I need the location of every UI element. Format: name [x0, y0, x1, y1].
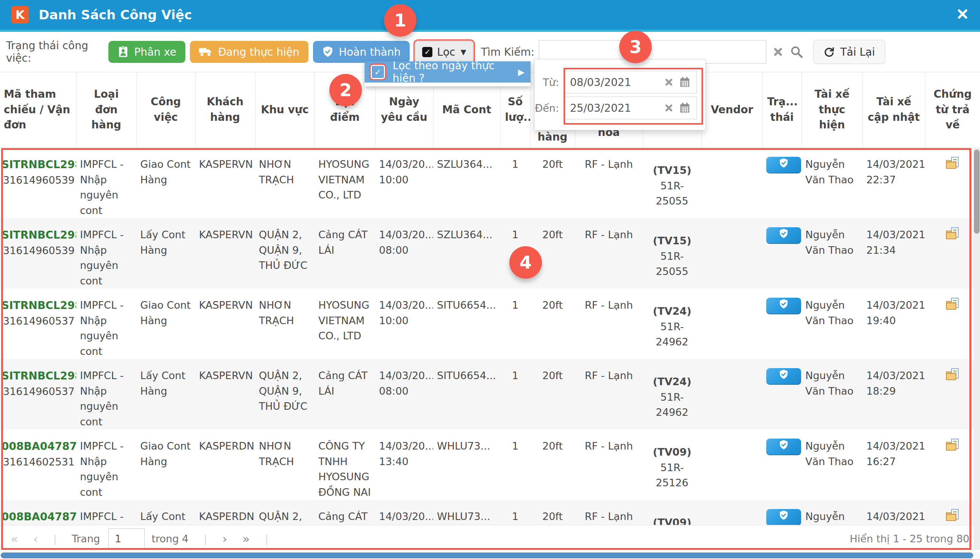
cell-vehicle: (TV24)51R-24962	[643, 359, 701, 430]
cell-location: Cảng CÁT LÁI	[315, 359, 375, 430]
in-progress-button[interactable]: Đang thực hiện	[190, 41, 308, 63]
prev-page-button[interactable]: ‹	[33, 532, 38, 546]
cell-size: 20ft	[530, 289, 575, 359]
cell-updated: 14/03/2021 16:27	[862, 430, 925, 500]
cell-order_type: IMPFCL - Nhập nguyên cont	[76, 289, 136, 359]
vertical-scrollbar-thumb[interactable]	[974, 150, 980, 234]
waybill-number: 31614960537	[2, 314, 76, 329]
cell-driver: Nguyễn Văn Thao	[801, 289, 862, 359]
status-toggle[interactable]	[766, 509, 801, 526]
job-ref-link[interactable]: 008BA04787	[2, 509, 76, 525]
cell-updated: 14/03/2021 22:37	[862, 148, 925, 218]
document-folder-icon[interactable]	[945, 513, 960, 524]
cell-ref: SITRNBCL2981631614960537	[0, 359, 76, 430]
close-window-button[interactable]	[957, 8, 968, 22]
cell-status	[763, 218, 801, 289]
job-ref-link[interactable]: SITRNBCL29816	[2, 157, 76, 173]
reload-button[interactable]: Tải Lại	[813, 40, 885, 64]
status-toggle[interactable]	[766, 298, 801, 314]
vertical-scrollbar[interactable]	[973, 148, 980, 550]
document-folder-icon[interactable]	[945, 231, 960, 242]
horizontal-scrollbar-thumb[interactable]	[1, 552, 973, 558]
shield-check-icon	[779, 157, 789, 173]
cell-ref: SITRNBCL2981631614960539	[0, 148, 76, 218]
chevron-down-icon: ▼	[461, 48, 466, 56]
status-toggle[interactable]	[766, 438, 801, 455]
to-date-value: 25/03/2021	[570, 102, 658, 114]
pagination-bar: « ‹ | Trang trong 4 | › » | Hiển thị 1 -…	[0, 525, 980, 552]
vehicle-plate: 51R-25055	[647, 249, 698, 280]
cell-customer: KASPERVN	[195, 289, 255, 359]
annotation-badge-2: 2	[329, 74, 362, 106]
cell-ref: SITRNBCL2981631614960537	[0, 289, 76, 359]
pagination-divider: |	[204, 533, 207, 545]
document-folder-icon[interactable]	[945, 160, 960, 172]
cell-request_date: 14/03/20... 08:00	[375, 359, 433, 430]
cell-cont: SITU6654...	[433, 359, 500, 430]
job-ref-link[interactable]: SITRNBCL29816	[2, 227, 76, 243]
cell-customer: KASPERVN	[195, 148, 255, 218]
vehicle-plate: 51R-24962	[647, 319, 698, 350]
search-label: Tìm Kiếm:	[481, 46, 534, 58]
cell-qty: 1	[500, 148, 530, 218]
cell-cont: SZLU364...	[433, 218, 500, 289]
to-date-input[interactable]: 25/03/2021	[564, 97, 697, 119]
job-ref-link[interactable]: SITRNBCL29816	[2, 298, 76, 314]
vehicle-plate: 51R-25126	[647, 460, 698, 491]
cell-goods: RF - Lạnh	[575, 218, 643, 289]
document-folder-icon[interactable]	[945, 372, 960, 383]
document-folder-icon[interactable]	[945, 442, 960, 454]
page-number-input[interactable]	[108, 528, 145, 549]
job-ref-link[interactable]: 008BA04787	[2, 438, 76, 455]
cell-updated: 14/03/2021 18:29	[862, 359, 925, 430]
cell-customer: KASPERVN	[195, 218, 255, 289]
table-row: SITRNBCL2981631614960537IMPFCL - Nhập ng…	[0, 289, 980, 359]
calendar-icon[interactable]	[679, 102, 690, 114]
in-progress-label: Đang thực hiện	[218, 46, 299, 58]
close-icon	[957, 8, 968, 22]
cell-documents	[925, 218, 980, 289]
from-date-input[interactable]: 08/03/2021	[564, 71, 697, 94]
job-status-label: Trạng thái công việc:	[6, 40, 104, 64]
cell-vehicle: (TV15)51R-25055	[643, 148, 701, 218]
table-row: SITRNBCL2981631614960539IMPFCL - Nhập ng…	[0, 148, 980, 218]
annotation-badge-4: 4	[509, 246, 542, 279]
status-toggle[interactable]	[766, 368, 801, 385]
column-header: Khách hàng	[195, 72, 255, 148]
cell-location: HYOSUNG VIETNAM CO., LTD	[315, 148, 375, 218]
shield-check-icon	[779, 369, 789, 384]
next-page-button[interactable]: ›	[222, 532, 227, 546]
filter-by-date-label: Lọc theo ngày thực hiện ?	[393, 60, 518, 84]
cell-area: QUẬN 2, QUẬN 9, THỦ ĐỨC	[255, 359, 315, 430]
column-header: Tài xế cập nhật	[862, 72, 925, 148]
clear-date-icon[interactable]	[664, 77, 674, 87]
checkbox-checked-icon[interactable]: ✓	[371, 65, 385, 79]
cell-area: NHƠN TRẠCH	[255, 148, 315, 218]
column-header: Tài xế thực hiện	[801, 72, 862, 148]
assign-vehicle-button[interactable]: Phân xe	[108, 41, 185, 63]
search-icon[interactable]	[790, 45, 803, 59]
cell-cont: SZLU364...	[433, 148, 500, 218]
job-ref-link[interactable]: SITRNBCL29816	[2, 368, 76, 384]
filter-by-date-menu-item[interactable]: ✓ Lọc theo ngày thực hiện ? ▶	[365, 61, 531, 83]
filter-dropdown-menu: ✓ Lọc theo ngày thực hiện ? ▶	[365, 61, 531, 86]
cell-qty: 1	[500, 289, 530, 359]
clear-search-icon[interactable]	[772, 46, 784, 58]
cell-customer: KASPERDN	[195, 430, 255, 500]
cell-documents	[925, 430, 980, 500]
document-folder-icon[interactable]	[945, 301, 960, 313]
shield-check-icon	[779, 439, 789, 455]
calendar-icon[interactable]	[679, 76, 690, 88]
status-toggle[interactable]	[766, 227, 801, 244]
completed-label: Hoàn thành	[339, 46, 401, 58]
first-page-button[interactable]: «	[11, 532, 18, 546]
last-page-button[interactable]: »	[242, 532, 250, 546]
status-toggle[interactable]	[766, 157, 801, 174]
table-row: 008BA0478731614602531IMPFCL - Nhập nguyê…	[0, 430, 980, 500]
clear-date-icon[interactable]	[664, 103, 674, 113]
cell-cont: SITU6654...	[433, 289, 500, 359]
horizontal-scrollbar[interactable]	[0, 552, 980, 559]
table-row: SITRNBCL2981631614960539IMPFCL - Nhập ng…	[0, 218, 980, 289]
vehicle-code: (TV09)	[647, 445, 698, 460]
assign-vehicle-label: Phân xe	[134, 46, 176, 58]
